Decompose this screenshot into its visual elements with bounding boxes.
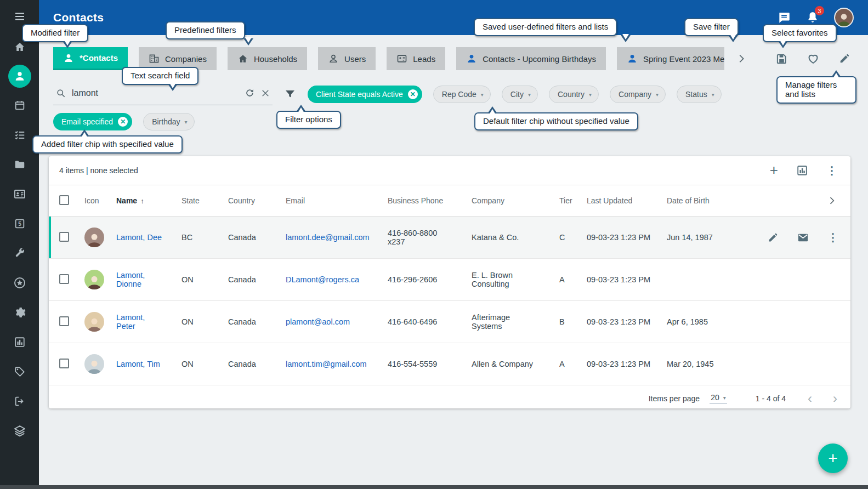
reports-chart-icon[interactable] xyxy=(8,330,32,354)
table-row[interactable]: Lamont, Tim ON Canada lamont.tim@gmail.c… xyxy=(49,343,850,385)
sign-out-icon[interactable] xyxy=(8,389,32,413)
contact-name-link[interactable]: Lamont, Tim xyxy=(116,360,160,368)
manage-filters-pencil-icon[interactable] xyxy=(838,53,850,65)
filter-chip-client-state[interactable]: Client State equals Active ✕ xyxy=(308,86,422,103)
filter-chip-country[interactable]: Country▾ xyxy=(549,86,599,103)
column-header-last-updated[interactable]: Last Updated xyxy=(587,196,667,205)
column-header-email[interactable]: Email xyxy=(286,196,388,205)
tab-contacts-upcoming-birthdays[interactable]: Contacts - Upcoming Birthdays xyxy=(456,47,606,70)
row-checkbox[interactable] xyxy=(59,316,69,326)
filter-options-funnel-icon[interactable] xyxy=(283,88,297,101)
edit-pencil-icon[interactable] xyxy=(767,232,779,243)
contact-email-link[interactable]: DLamont@rogers.ca xyxy=(286,275,359,284)
cell-company: Afterimage Systems xyxy=(472,313,559,331)
person-blue-icon xyxy=(466,53,477,64)
column-header-state[interactable]: State xyxy=(181,196,228,205)
contacts-icon[interactable] xyxy=(8,65,31,88)
layers-icon[interactable] xyxy=(8,419,32,443)
s5-module-icon[interactable]: 5 xyxy=(8,212,32,236)
tab-households[interactable]: Households xyxy=(228,47,307,70)
filter-chip-birthday[interactable]: Birthday▾ xyxy=(143,113,194,130)
more-columns-chevron-icon[interactable] xyxy=(826,195,837,206)
contact-email-link[interactable]: lamont.tim@gmail.com xyxy=(286,360,367,368)
contact-name-link[interactable]: Lamont, Dionne xyxy=(116,271,145,288)
column-header-name[interactable]: Name↑ xyxy=(116,196,181,205)
tab-users[interactable]: Users xyxy=(318,47,376,70)
filter-chip-status[interactable]: Status▾ xyxy=(677,86,722,103)
add-icon[interactable]: + xyxy=(770,164,778,177)
row-checkbox[interactable] xyxy=(59,232,69,242)
leads-card-icon xyxy=(396,53,407,64)
row-checkbox[interactable] xyxy=(59,274,69,284)
insert-chart-icon[interactable] xyxy=(796,164,808,177)
filter-chip-city[interactable]: City▾ xyxy=(502,86,538,103)
tags-icon[interactable] xyxy=(8,360,32,384)
cell-last-updated: 09-03-23 1:23 PM xyxy=(587,317,667,326)
contact-avatar xyxy=(84,312,104,332)
items-per-page-label: Items per page xyxy=(649,394,700,403)
menu-icon[interactable] xyxy=(8,7,32,26)
add-contact-fab[interactable]: + xyxy=(818,443,848,473)
contact-email-link[interactable]: lamont.dee@gmail.com xyxy=(286,233,370,242)
cell-last-updated: 09-03-23 1:23 PM xyxy=(587,360,667,368)
next-page-chevron-icon[interactable]: › xyxy=(833,393,837,404)
search-icon xyxy=(55,88,66,99)
notifications-bell-icon[interactable]: 3 xyxy=(805,10,820,25)
tab-leads[interactable]: Leads xyxy=(387,47,445,70)
favorites-star-icon[interactable] xyxy=(8,271,32,295)
chevron-down-icon: ▾ xyxy=(185,119,188,125)
send-email-envelope-icon[interactable] xyxy=(797,231,809,244)
user-outline-icon xyxy=(328,53,339,64)
tabs-overflow-chevron-icon[interactable] xyxy=(735,53,747,65)
person-icon xyxy=(63,53,74,64)
tasks-icon[interactable] xyxy=(8,123,32,147)
table-row[interactable]: Lamont, Peter ON Canada plamont@aol.com … xyxy=(49,301,850,343)
save-filter-icon[interactable] xyxy=(775,53,788,65)
contact-name-link[interactable]: Lamont, Dee xyxy=(116,233,162,242)
tab-spring-event-2023[interactable]: Spring Event 2023 Me xyxy=(617,47,724,70)
contact-email-link[interactable]: plamont@aol.com xyxy=(286,317,350,326)
user-avatar[interactable] xyxy=(834,8,854,27)
column-header-company[interactable]: Company xyxy=(472,196,559,205)
column-header-tier[interactable]: Tier xyxy=(559,196,587,205)
contact-name-link[interactable]: Lamont, Peter xyxy=(116,313,145,331)
settings-gear-icon[interactable] xyxy=(8,300,32,325)
column-header-country[interactable]: Country xyxy=(228,196,286,205)
more-options-kebab-icon[interactable]: ⋮ xyxy=(826,165,837,176)
column-header-icon[interactable]: Icon xyxy=(84,196,116,205)
house-icon xyxy=(237,53,248,64)
table-row[interactable]: Lamont, Dionne ON Canada DLamont@rogers.… xyxy=(49,259,850,301)
table-toolbar: 4 items | none selected + ⋮ xyxy=(49,156,850,185)
clear-search-icon[interactable] xyxy=(260,88,270,98)
column-header-business-phone[interactable]: Business Phone xyxy=(388,196,472,205)
row-kebab-icon[interactable]: ⋮ xyxy=(827,232,838,243)
chip-label: Birthday xyxy=(152,117,180,126)
filter-actions xyxy=(775,52,858,65)
refresh-icon[interactable] xyxy=(245,88,255,98)
filter-chip-company[interactable]: Company▾ xyxy=(610,86,666,103)
contact-avatar xyxy=(84,354,104,374)
folder-icon[interactable] xyxy=(8,152,32,177)
select-all-checkbox[interactable] xyxy=(59,195,69,205)
table-toolbar-actions: + ⋮ xyxy=(770,164,837,177)
table-row[interactable]: Lamont, Dee BC Canada lamont.dee@gmail.c… xyxy=(49,217,850,259)
page-size-select[interactable]: 20 ▾ xyxy=(710,393,727,403)
calendar-icon[interactable] xyxy=(8,93,32,117)
chip-label: Status xyxy=(685,90,707,99)
select-favorites-heart-icon[interactable] xyxy=(807,52,820,65)
search-input[interactable] xyxy=(72,88,239,98)
tools-wrench-icon[interactable] xyxy=(8,241,32,265)
remove-chip-icon[interactable]: ✕ xyxy=(408,89,418,99)
filter-chip-email-specified[interactable]: Email specified ✕ xyxy=(53,113,132,130)
cell-last-updated: 09-03-23 1:23 PM xyxy=(587,275,667,284)
callout-manage-filters: Manage filters and lists xyxy=(776,76,856,104)
tab-contacts[interactable]: *Contacts xyxy=(53,47,128,70)
previous-page-chevron-icon[interactable]: ‹ xyxy=(808,393,812,404)
column-header-date-of-birth[interactable]: Date of Birth xyxy=(667,196,748,205)
remove-chip-icon[interactable]: ✕ xyxy=(118,117,128,127)
person-blue-icon xyxy=(627,53,638,64)
filter-chip-rep-code[interactable]: Rep Code▾ xyxy=(433,86,491,103)
contact-card-icon[interactable] xyxy=(8,182,32,206)
chat-icon[interactable] xyxy=(777,10,791,25)
row-checkbox[interactable] xyxy=(59,359,69,368)
